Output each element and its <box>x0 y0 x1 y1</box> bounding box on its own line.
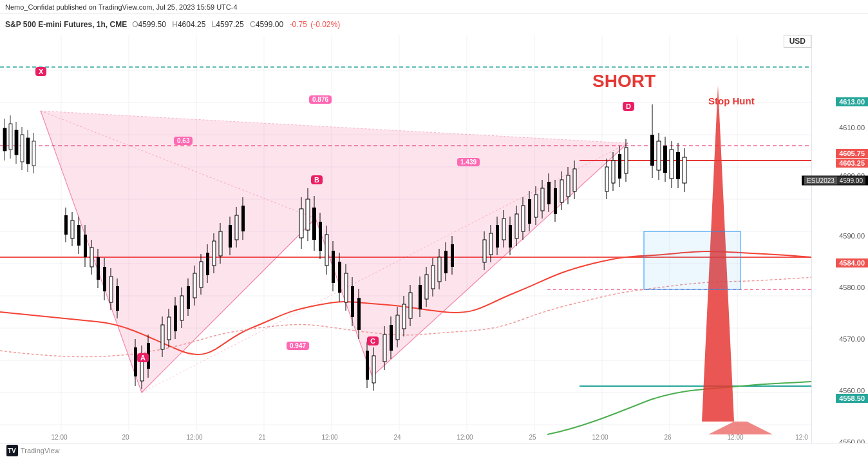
svg-rect-240 <box>560 180 563 202</box>
ratio-1439: 1.439 <box>457 158 480 166</box>
svg-rect-120 <box>212 241 216 266</box>
svg-rect-195 <box>438 257 441 282</box>
svg-rect-183 <box>409 293 412 318</box>
tv-logo-icon: TV <box>6 445 18 456</box>
low-value: 4597.25 <box>216 20 243 29</box>
svg-rect-54 <box>26 138 30 164</box>
svg-rect-123 <box>219 231 222 256</box>
svg-text:12:00: 12:00 <box>592 434 608 441</box>
price-4605: 4605.75 <box>836 149 868 158</box>
svg-rect-261 <box>650 135 654 166</box>
svg-rect-228 <box>534 195 538 217</box>
currency-badge: USD <box>784 35 811 48</box>
svg-text:24: 24 <box>393 434 401 441</box>
ratio-063: 0.63 <box>174 137 193 145</box>
svg-rect-267 <box>663 146 667 173</box>
svg-text:12:00: 12:00 <box>186 434 202 441</box>
svg-rect-135 <box>299 209 303 238</box>
stop-hunt-annotation: Stop Hunt <box>708 95 755 106</box>
svg-rect-249 <box>605 167 609 191</box>
pattern-point-A: A <box>137 353 149 362</box>
pattern-point-C: C <box>367 336 379 345</box>
svg-text:TV: TV <box>8 447 16 454</box>
svg-rect-246 <box>573 169 576 191</box>
svg-rect-162 <box>357 298 361 330</box>
svg-rect-270 <box>670 150 674 179</box>
svg-rect-207 <box>489 233 493 255</box>
svg-text:12:00: 12:00 <box>321 434 337 441</box>
svg-rect-102 <box>174 306 177 331</box>
chart-title-bar: S&P 500 E-mini Futures, 1h, CME O4599.50… <box>0 14 868 35</box>
svg-rect-111 <box>193 273 196 298</box>
series-label: ESU20234599.00 <box>802 176 868 186</box>
svg-rect-42 <box>3 128 6 151</box>
svg-rect-75 <box>97 257 100 280</box>
price-4570: 4570.00 <box>839 335 865 343</box>
svg-rect-147 <box>325 235 328 266</box>
svg-rect-165 <box>366 351 369 380</box>
svg-rect-198 <box>444 251 448 273</box>
price-4590: 4590.00 <box>839 232 865 240</box>
price-4610: 4610.00 <box>839 124 865 131</box>
svg-rect-117 <box>206 253 209 275</box>
chart-svg: 12:00 20 12:00 21 12:00 24 12:00 25 12:0… <box>0 35 811 444</box>
svg-rect-105 <box>180 296 184 320</box>
svg-rect-41 <box>644 231 741 289</box>
svg-rect-258 <box>625 148 628 173</box>
svg-rect-264 <box>657 141 661 170</box>
chart-container: Nemo_Confidat published on TradingView.c… <box>0 0 868 457</box>
svg-rect-276 <box>683 157 686 183</box>
svg-rect-129 <box>235 215 238 240</box>
change-pct: (-0.02%) <box>310 20 340 29</box>
svg-rect-231 <box>541 188 544 211</box>
main-chart: 12:00 20 12:00 21 12:00 24 12:00 25 12:0… <box>0 35 811 444</box>
svg-text:12:0: 12:0 <box>795 434 808 441</box>
price-axis: 4613.00 4610.00 4605.75 4603.25 4600.00 … <box>811 35 868 444</box>
tradingview-text: TradingView <box>21 447 60 454</box>
svg-rect-144 <box>319 222 322 251</box>
svg-rect-243 <box>567 175 570 197</box>
svg-rect-72 <box>90 248 93 267</box>
open-label: O <box>132 20 138 29</box>
svg-rect-45 <box>9 124 12 150</box>
price-4558: 4558.50 <box>836 394 868 403</box>
svg-rect-60 <box>64 215 68 235</box>
svg-rect-57 <box>32 141 35 166</box>
svg-rect-219 <box>515 214 518 238</box>
tradingview-logo: TV TradingView <box>6 445 60 456</box>
svg-rect-234 <box>547 182 551 204</box>
svg-rect-222 <box>522 206 525 231</box>
svg-text:12:00: 12:00 <box>51 434 67 441</box>
pattern-point-D: D <box>623 102 634 111</box>
svg-rect-150 <box>332 251 335 283</box>
svg-rect-168 <box>372 356 375 383</box>
svg-text:20: 20 <box>122 434 129 441</box>
svg-rect-156 <box>344 273 348 302</box>
ratio-876: 0.876 <box>309 95 332 104</box>
svg-rect-213 <box>502 219 505 240</box>
close-label: C <box>250 20 256 29</box>
svg-rect-192 <box>431 266 435 289</box>
svg-rect-189 <box>425 275 428 299</box>
svg-text:12:00: 12:00 <box>727 434 743 441</box>
svg-rect-225 <box>528 199 531 224</box>
svg-rect-237 <box>554 188 557 214</box>
price-4613: 4613.00 <box>836 97 868 106</box>
svg-rect-216 <box>509 225 512 248</box>
svg-rect-159 <box>351 286 354 317</box>
svg-rect-69 <box>84 235 87 257</box>
ratio-947: 0.947 <box>287 342 309 350</box>
svg-rect-81 <box>109 277 113 302</box>
pattern-point-B: B <box>311 175 323 184</box>
svg-rect-108 <box>187 286 190 309</box>
close-value: 4599.00 <box>256 20 283 29</box>
price-4580: 4580.00 <box>839 284 865 291</box>
svg-rect-174 <box>390 325 393 351</box>
svg-rect-66 <box>77 225 80 246</box>
svg-rect-48 <box>15 130 18 155</box>
bottom-bar: TV TradingView <box>0 443 868 457</box>
svg-rect-78 <box>103 267 106 291</box>
svg-rect-138 <box>306 199 310 230</box>
svg-rect-126 <box>229 225 232 248</box>
svg-rect-114 <box>200 262 203 287</box>
